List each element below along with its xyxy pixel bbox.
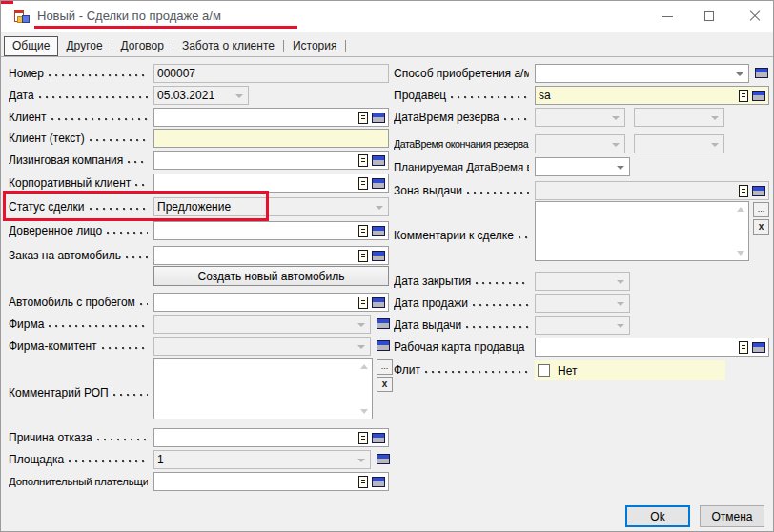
tab-other[interactable]: Другое — [58, 37, 110, 55]
open-form-icon[interactable] — [372, 178, 385, 189]
select-from-list-icon[interactable] — [358, 154, 368, 167]
open-form-icon[interactable] — [372, 251, 385, 261]
select-from-list-icon[interactable] — [358, 177, 368, 190]
more-button[interactable]: ... — [377, 359, 393, 375]
field-label-text: Флит — [394, 363, 420, 377]
field-seller[interactable]: sa — [535, 86, 769, 105]
field-label-issue-date: Дата выдачи — [394, 316, 529, 335]
dotted-leader — [90, 197, 149, 216]
dotted-leader — [467, 181, 529, 200]
chevron-down-icon — [235, 94, 243, 98]
chevron-down-icon[interactable] — [617, 166, 624, 170]
field-used-car[interactable] — [153, 293, 389, 312]
field-label-text: Дата выдачи — [394, 318, 461, 332]
field-car-order[interactable] — [153, 246, 389, 265]
minimize-button[interactable] — [651, 3, 683, 30]
field-additional-payer[interactable] — [153, 472, 389, 491]
dotted-leader — [69, 450, 148, 469]
field-label-rop-comment: Комментарий РОП — [9, 383, 148, 402]
field-label-client: Клиент — [9, 108, 148, 127]
field-issue-date — [535, 316, 630, 335]
field-value: 05.03.2021 — [157, 89, 245, 102]
field-label-firm: Фирма — [9, 315, 148, 334]
close-button[interactable] — [739, 3, 771, 30]
field-corporate-client[interactable] — [153, 174, 389, 193]
create-new-car-button[interactable]: Создать новый автомобиль — [153, 266, 389, 286]
clear-button[interactable]: x — [753, 219, 769, 235]
field-label-issue-zone: Зона выдачи — [394, 181, 529, 200]
open-form-icon[interactable] — [372, 433, 385, 443]
open-form-icon[interactable] — [377, 340, 390, 351]
field-trusted-person[interactable] — [153, 221, 389, 240]
select-from-list-icon[interactable] — [739, 341, 748, 354]
fleet-checkbox[interactable] — [538, 364, 550, 377]
field-client[interactable] — [153, 108, 389, 127]
open-form-icon[interactable] — [372, 297, 385, 308]
chevron-down-icon[interactable] — [736, 72, 743, 76]
field-label-leasing-company: Лизинговая компания — [9, 151, 148, 170]
dotted-leader — [451, 86, 529, 105]
open-form-icon[interactable] — [752, 342, 765, 353]
field-leasing-company[interactable] — [153, 151, 389, 170]
close-icon — [749, 10, 761, 22]
scroll-up-icon[interactable] — [360, 364, 368, 369]
field-site: 1 — [153, 450, 371, 469]
field-label-text: Планируемая ДатаВремя выдачи — [394, 161, 529, 174]
field-planned-issue-datetime[interactable] — [535, 157, 630, 176]
field-label-text: ДатаВремя окончания резерва — [394, 138, 528, 150]
window-title: Новый - Сделки по продаже а/м — [37, 9, 221, 23]
tab-contract[interactable]: Договор — [113, 37, 172, 55]
tab-client-care[interactable]: Забота о клиенте — [174, 37, 282, 55]
maximize-button[interactable] — [693, 3, 725, 30]
scroll-up-icon[interactable] — [737, 207, 744, 212]
minimize-icon — [662, 16, 673, 17]
select-from-list-icon[interactable] — [358, 297, 368, 309]
ok-button[interactable]: Ok — [625, 505, 690, 527]
field-label-firm-committent: Фирма-комитент — [9, 337, 148, 356]
field-refusal-reason[interactable] — [153, 428, 389, 447]
field-label-close-date: Дата закрытия — [394, 272, 529, 291]
select-from-list-icon[interactable] — [358, 112, 368, 124]
field-seller-work-card[interactable] — [535, 338, 769, 357]
cancel-button[interactable]: Отмена — [700, 505, 764, 527]
field-label-text: Способ приобретения а/м — [394, 67, 529, 80]
open-form-icon[interactable] — [377, 454, 390, 464]
more-button[interactable]: ... — [753, 202, 769, 217]
select-from-list-icon[interactable] — [739, 185, 748, 197]
open-form-icon[interactable] — [372, 155, 385, 166]
open-form-icon[interactable] — [372, 226, 385, 236]
field-label-date: Дата — [9, 86, 148, 105]
tab-strip-divider — [1, 56, 773, 57]
select-from-list-icon[interactable] — [739, 90, 748, 102]
dotted-leader — [135, 174, 148, 193]
app-icon — [14, 10, 30, 25]
dotted-leader — [49, 64, 148, 83]
field-label-text: Лизинговая компания — [9, 153, 123, 167]
clear-button[interactable]: x — [377, 377, 393, 392]
select-from-list-icon[interactable] — [358, 476, 368, 488]
open-form-icon[interactable] — [752, 91, 765, 101]
select-from-list-icon[interactable] — [358, 225, 368, 237]
select-from-list-icon[interactable] — [358, 250, 368, 262]
open-form-icon[interactable] — [372, 477, 385, 487]
tab-history[interactable]: История — [285, 37, 345, 55]
field-deal-comments[interactable] — [535, 201, 749, 261]
scroll-down-icon[interactable] — [360, 409, 368, 414]
dotted-leader — [476, 272, 529, 291]
field-label-number: Номер — [9, 64, 148, 83]
open-form-icon[interactable] — [372, 113, 385, 123]
field-label-used-car: Автомобиль с пробегом — [9, 293, 148, 312]
open-form-icon[interactable] — [377, 318, 390, 329]
field-client-text[interactable] — [153, 129, 389, 148]
dotted-leader — [140, 293, 148, 312]
field-label-seller-work-card: Рабочая карта продавца — [394, 338, 529, 357]
tab-general[interactable]: Общие — [4, 36, 58, 56]
scroll-down-icon[interactable] — [737, 251, 744, 256]
field-reserve-datetime-time — [634, 108, 724, 127]
field-label-reserve-datetime: ДатаВремя резерва — [394, 108, 529, 127]
select-from-list-icon[interactable] — [358, 432, 368, 444]
open-form-icon[interactable] — [752, 186, 765, 196]
open-form-icon[interactable] — [755, 68, 768, 78]
field-rop-comment[interactable] — [153, 358, 373, 419]
field-acquisition-method[interactable] — [535, 64, 749, 83]
